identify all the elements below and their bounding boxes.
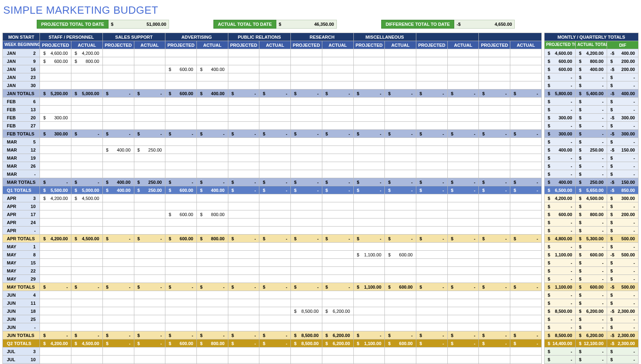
cell[interactable]: $-: [479, 331, 510, 339]
dif-cell[interactable]: -$850.00: [607, 186, 639, 194]
cell[interactable]: [196, 243, 228, 251]
cell[interactable]: [71, 347, 103, 356]
cell[interactable]: $-: [576, 130, 607, 138]
cell[interactable]: $800.00: [196, 210, 228, 218]
cell[interactable]: [322, 162, 353, 170]
cell[interactable]: [196, 291, 228, 299]
cell[interactable]: [322, 347, 353, 356]
cell[interactable]: [259, 154, 291, 162]
cell[interactable]: [385, 356, 416, 364]
cell[interactable]: [259, 194, 291, 202]
cell[interactable]: [228, 299, 259, 307]
cell[interactable]: [385, 146, 416, 154]
cell[interactable]: [259, 259, 291, 267]
cell[interactable]: $4,500.00: [71, 194, 103, 202]
cell[interactable]: [510, 162, 542, 170]
cell[interactable]: [291, 291, 322, 299]
cell[interactable]: [102, 65, 134, 73]
cell[interactable]: [510, 299, 542, 307]
cell[interactable]: [416, 194, 448, 202]
cell[interactable]: [416, 162, 448, 170]
cell[interactable]: [228, 98, 259, 106]
cell[interactable]: [479, 218, 510, 227]
cell[interactable]: [447, 81, 479, 89]
cell[interactable]: [196, 218, 228, 227]
cell[interactable]: [353, 259, 385, 267]
cell[interactable]: $-: [259, 235, 291, 243]
cell[interactable]: $-: [544, 122, 576, 130]
cell[interactable]: [228, 65, 259, 73]
cell[interactable]: $-: [544, 347, 576, 356]
cell[interactable]: [416, 299, 448, 307]
cell[interactable]: [196, 98, 228, 106]
cell[interactable]: $-: [322, 235, 353, 243]
cell[interactable]: $-: [196, 283, 228, 291]
cell[interactable]: $5,400.00: [576, 89, 607, 98]
cell[interactable]: $-: [576, 81, 607, 89]
cell[interactable]: [416, 65, 448, 73]
cell[interactable]: [353, 146, 385, 154]
cell[interactable]: [322, 65, 353, 73]
cell[interactable]: [447, 106, 479, 114]
cell[interactable]: [259, 138, 291, 146]
cell[interactable]: $-: [353, 89, 385, 98]
cell[interactable]: [40, 243, 71, 251]
cell[interactable]: [134, 106, 165, 114]
dif-cell[interactable]: -$400.00: [607, 89, 639, 98]
cell[interactable]: [385, 106, 416, 114]
cell[interactable]: $-: [576, 323, 607, 331]
cell[interactable]: [102, 347, 134, 356]
dif-cell[interactable]: $-: [607, 170, 639, 178]
cell[interactable]: $-: [259, 130, 291, 138]
cell[interactable]: [447, 170, 479, 178]
cell[interactable]: $-: [576, 315, 607, 323]
cell[interactable]: [165, 356, 197, 364]
cell[interactable]: [102, 259, 134, 267]
cell[interactable]: [71, 114, 103, 122]
cell[interactable]: [102, 218, 134, 227]
cell[interactable]: [447, 291, 479, 299]
cell[interactable]: [40, 138, 71, 146]
cell[interactable]: [416, 275, 448, 283]
cell[interactable]: [102, 315, 134, 323]
cell[interactable]: [165, 154, 197, 162]
cell[interactable]: $600.00: [165, 339, 197, 347]
cell[interactable]: [134, 122, 165, 130]
cell[interactable]: [196, 194, 228, 202]
cell[interactable]: $4,600.00: [40, 49, 71, 57]
cell[interactable]: [228, 323, 259, 331]
cell[interactable]: [165, 73, 197, 81]
cell[interactable]: $-: [479, 89, 510, 98]
cell[interactable]: [40, 227, 71, 235]
cell[interactable]: [447, 57, 479, 65]
cell[interactable]: [291, 170, 322, 178]
cell[interactable]: [228, 202, 259, 210]
cell[interactable]: [102, 243, 134, 251]
cell[interactable]: $300.00: [544, 130, 576, 138]
dif-cell[interactable]: -$300.00: [607, 130, 639, 138]
cell[interactable]: [134, 162, 165, 170]
cell[interactable]: [102, 49, 134, 57]
cell[interactable]: [447, 162, 479, 170]
cell[interactable]: [322, 194, 353, 202]
cell[interactable]: [322, 122, 353, 130]
cell[interactable]: $6,200.00: [322, 331, 353, 339]
cell[interactable]: $-: [165, 130, 197, 138]
cell[interactable]: $600.00: [385, 283, 416, 291]
cell[interactable]: [385, 227, 416, 235]
cell[interactable]: [40, 202, 71, 210]
cell[interactable]: $-: [479, 178, 510, 186]
cell[interactable]: [353, 81, 385, 89]
cell[interactable]: [353, 347, 385, 356]
cell[interactable]: [416, 210, 448, 218]
cell[interactable]: [385, 194, 416, 202]
cell[interactable]: [134, 81, 165, 89]
cell[interactable]: $1,100.00: [353, 251, 385, 259]
cell[interactable]: [447, 202, 479, 210]
cell[interactable]: $-: [40, 178, 71, 186]
cell[interactable]: [447, 315, 479, 323]
dif-cell[interactable]: $-: [607, 323, 639, 331]
cell[interactable]: [447, 227, 479, 235]
cell[interactable]: $-: [416, 178, 448, 186]
cell[interactable]: [259, 218, 291, 227]
